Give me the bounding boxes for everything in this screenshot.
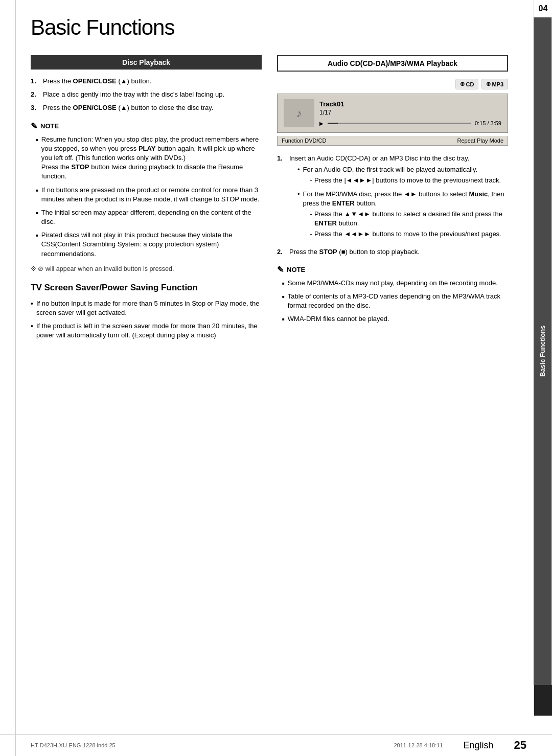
note-list-right: Some MP3/WMA-CDs may not play, depending…: [282, 279, 508, 324]
side-tab-decoration: [534, 685, 552, 716]
audio-subsub-2-item1: Press the ▲▼◄► buttons to select a desir…: [310, 210, 508, 228]
note-title-right: ✎ NOTE: [277, 265, 508, 274]
right-note-item-1-text: Some MP3/WMA-CDs may not play, depending…: [288, 279, 498, 288]
cd-controls-row: Function DVD/CD Repeat Play Mode: [277, 136, 508, 146]
note-item-4-text: Pirated discs will not play in this prod…: [41, 231, 262, 259]
audio-subsub-2-item2: Press the ◄◄►► buttons to move to the pr…: [310, 230, 508, 239]
note-item-2: If no buttons are pressed on the product…: [36, 186, 262, 204]
cd-icons-row: ⊕ CD ⊕ MP3: [277, 79, 508, 89]
right-note-item-2: Table of contents of a MP3-CD varies dep…: [282, 292, 508, 310]
invalid-note: ※ ⊘ will appear when an invalid button i…: [31, 265, 262, 272]
footer-file: HT-D423H-XU-ENG-1228.indd 25: [31, 742, 116, 748]
tv-bullet-2: If the product is left in the screen sav…: [31, 322, 262, 340]
audio-step-2: 2. Press the STOP (■) button to stop pla…: [277, 247, 508, 257]
mp3-icon-symbol: ⊕: [486, 81, 491, 87]
mp3-icon: ⊕ MP3: [481, 79, 508, 89]
note-item-1-text: Resume function: When you stop disc play…: [41, 135, 262, 181]
left-column: Disc Playback 1. Press the OPEN/CLOSE (▲…: [31, 55, 262, 345]
note-item-1: Resume function: When you stop disc play…: [36, 135, 262, 181]
audio-step-1-num: 1.: [277, 154, 286, 243]
note-label-left: NOTE: [40, 122, 59, 130]
audio-subsub-1-item: Press the |◄◄►►| buttons to move to the …: [310, 176, 501, 185]
mp3-icon-label: MP3: [492, 81, 503, 87]
right-note-item-1: Some MP3/WMA-CDs may not play, depending…: [282, 279, 508, 288]
note-icon-right: ✎: [277, 265, 284, 274]
main-content: Basic Functions Disc Playback 1. Press t…: [0, 0, 534, 375]
tv-bullet-1: If no button input is made for more than…: [31, 299, 262, 317]
audio-subsub-2-text2: Press the ◄◄►► buttons to move to the pr…: [314, 230, 501, 239]
cd-progress-bar: [328, 123, 471, 124]
cd-track-num: 1/17: [319, 109, 501, 116]
audio-sub-1-text: For an Audio CD, the first track will be…: [303, 166, 478, 173]
page-wrapper: 04 Basic Functions Basic Functions Disc …: [0, 0, 552, 756]
cd-player-display: ♪ Track01 1/17 ▶ 0:15 / 3:59: [277, 94, 508, 133]
audio-step-1-content: Insert an Audio CD(CD-DA) or an MP3 Disc…: [289, 154, 508, 243]
side-tab: 04 Basic Functions: [534, 0, 552, 716]
step-3: 3. Press the OPEN/CLOSE (▲) button to cl…: [31, 103, 262, 112]
disc-playback-note: ✎ NOTE Resume function: When you stop di…: [31, 121, 262, 272]
step-1: 1. Press the OPEN/CLOSE (▲) button.: [31, 77, 262, 86]
audio-subsub-2-text1: Press the ▲▼◄► buttons to select a desir…: [314, 210, 508, 228]
audio-note-section: ✎ NOTE Some MP3/WMA-CDs may not play, de…: [277, 265, 508, 324]
right-column: Audio CD(CD-DA)/MP3/WMA Playback ⊕ CD ⊕ …: [277, 55, 508, 345]
page-number: 25: [514, 739, 526, 752]
cd-repeat-label: Repeat Play Mode: [457, 138, 504, 144]
cd-progress-row: ▶ 0:15 / 3:59: [319, 120, 501, 126]
audio-step-1-text: Insert an Audio CD(CD-DA) or an MP3 Disc…: [289, 154, 469, 162]
audio-step-1-subs: For an Audio CD, the first track will be…: [297, 165, 508, 240]
disc-playback-header: Disc Playback: [31, 55, 262, 70]
tv-screen-saver-section: TV Screen Saver/Power Saving Function If…: [31, 283, 262, 340]
note-item-3-text: The initial screen may appear different,…: [41, 208, 262, 226]
audio-subsub-2: Press the ▲▼◄► buttons to select a desir…: [310, 210, 508, 239]
audio-subsub-1: Press the |◄◄►►| buttons to move to the …: [310, 176, 501, 185]
note-label-right: NOTE: [287, 266, 305, 273]
tv-bullet-1-text: If no button input is made for more than…: [36, 299, 262, 317]
audio-playback-header: Audio CD(CD-DA)/MP3/WMA Playback: [277, 55, 508, 72]
right-note-item-3-text: WMA-DRM files cannot be played.: [288, 314, 389, 324]
cd-function-label: Function DVD/CD: [282, 138, 326, 144]
audio-sub-2-text: For the MP3/WMA disc, press the ◄► butto…: [303, 190, 504, 207]
page-footer: HT-D423H-XU-ENG-1228.indd 25 2011-12-28 …: [0, 734, 552, 756]
audio-step-1: 1. Insert an Audio CD(CD-DA) or an MP3 D…: [277, 154, 508, 243]
note-item-4: Pirated discs will not play in this prod…: [36, 231, 262, 259]
right-note-item-2-text: Table of contents of a MP3-CD varies dep…: [288, 292, 508, 310]
note-item-2-text: If no buttons are pressed on the product…: [41, 186, 262, 204]
cd-time: 0:15 / 3:59: [475, 120, 501, 126]
audio-sub-1: For an Audio CD, the first track will be…: [297, 165, 508, 187]
cd-progress-fill: [328, 123, 338, 124]
audio-sub-1-content: For an Audio CD, the first track will be…: [303, 165, 501, 187]
cd-icon-label: CD: [466, 81, 474, 87]
step-1-num: 1.: [31, 77, 40, 86]
step-2: 2. Place a disc gently into the tray wit…: [31, 90, 262, 99]
audio-step-2-text: Press the STOP (■) button to stop playba…: [289, 247, 420, 257]
step-2-text: Place a disc gently into the tray with t…: [43, 90, 224, 99]
english-label: English: [463, 740, 493, 751]
chapter-number: 04: [534, 0, 552, 17]
footer-date: 2011-12-28 4:18:11: [394, 742, 443, 748]
note-icon-left: ✎: [31, 121, 37, 131]
note-list-left: Resume function: When you stop disc play…: [36, 135, 262, 259]
audio-step-2-num: 2.: [277, 247, 286, 257]
tv-screen-saver-bullets: If no button input is made for more than…: [31, 299, 262, 340]
tv-bullet-2-text: If the product is left in the screen sav…: [36, 322, 262, 340]
tv-screen-saver-title: TV Screen Saver/Power Saving Function: [31, 283, 262, 293]
cd-note-image: ♪: [284, 99, 314, 127]
step-1-text: Press the OPEN/CLOSE (▲) button.: [43, 77, 151, 86]
step-3-text: Press the OPEN/CLOSE (▲) button to close…: [43, 103, 213, 112]
cd-display-wrapper: ♪ Track01 1/17 ▶ 0:15 / 3:59: [277, 94, 508, 146]
note-title-left: ✎ NOTE: [31, 121, 262, 131]
left-border: [15, 0, 16, 756]
audio-sub-2: For the MP3/WMA disc, press the ◄► butto…: [297, 190, 508, 241]
cd-play-icon: ▶: [319, 121, 324, 126]
right-note-item-3: WMA-DRM files cannot be played.: [282, 314, 508, 324]
disc-playback-steps: 1. Press the OPEN/CLOSE (▲) button. 2. P…: [31, 77, 262, 113]
note-item-3: The initial screen may appear different,…: [36, 208, 262, 226]
cd-track-info: Track01 1/17 ▶ 0:15 / 3:59: [319, 100, 501, 126]
footer-right: 2011-12-28 4:18:11 English 25: [394, 739, 526, 752]
two-column-layout: Disc Playback 1. Press the OPEN/CLOSE (▲…: [31, 55, 508, 345]
audio-subsub-1-text: Press the |◄◄►►| buttons to move to the …: [314, 176, 501, 185]
step-2-num: 2.: [31, 90, 40, 99]
cd-icon: ⊕ CD: [455, 79, 478, 89]
cd-track-name: Track01: [319, 100, 501, 108]
music-note-icon: ♪: [296, 107, 302, 120]
